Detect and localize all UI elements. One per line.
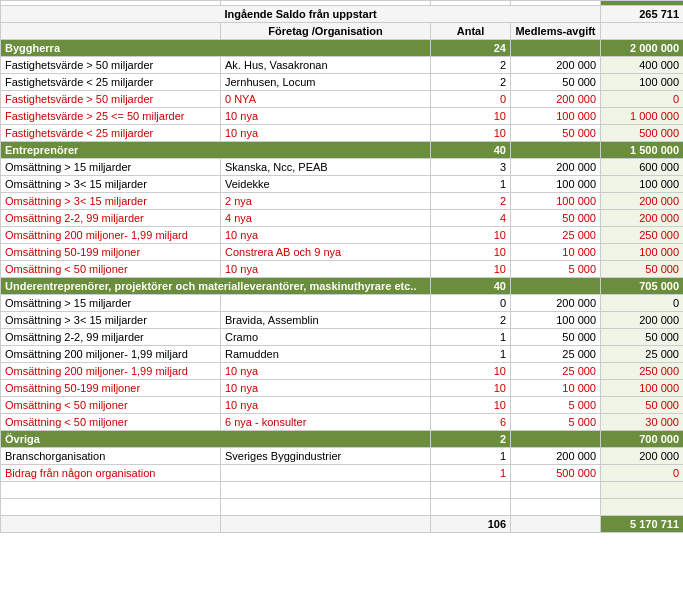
section-summa-underentreprenorer: 705 000 bbox=[601, 278, 684, 295]
row-summa: 250 000 bbox=[601, 227, 684, 244]
row-desc: Fastighetsvärde > 50 miljarder bbox=[1, 91, 221, 108]
row-members: 200 000 bbox=[511, 91, 601, 108]
row-desc: Omsättning 200 miljoner- 1,99 miljard bbox=[1, 363, 221, 380]
row-org bbox=[221, 295, 431, 312]
total-members bbox=[511, 516, 601, 533]
row-desc: Omsättning 2-2, 99 miljarder bbox=[1, 210, 221, 227]
row-summa: 200 000 bbox=[601, 193, 684, 210]
row-summa: 0 bbox=[601, 91, 684, 108]
section-header-entreprenorer: Entreprenörer 40 1 500 000 bbox=[1, 142, 684, 159]
row-members: 50 000 bbox=[511, 125, 601, 142]
row-desc: Omsättning 200 miljoner- 1,99 miljard bbox=[1, 227, 221, 244]
row-entreprenorer-6: Omsättning < 50 miljoner 10 nya 10 5 000… bbox=[1, 261, 684, 278]
row-desc: Omsättning > 15 miljarder bbox=[1, 295, 221, 312]
row-org: Ak. Hus, Vasakronan bbox=[221, 57, 431, 74]
row-antal: 10 bbox=[431, 244, 511, 261]
row-summa: 50 000 bbox=[601, 329, 684, 346]
row-org: 4 nya bbox=[221, 210, 431, 227]
col-header-desc bbox=[1, 23, 221, 40]
row-summa: 500 000 bbox=[601, 125, 684, 142]
row-byggherra-0: Fastighetsvärde > 50 miljarder Ak. Hus, … bbox=[1, 57, 684, 74]
row-antal: 2 bbox=[431, 74, 511, 91]
row-org: Bravida, Assemblin bbox=[221, 312, 431, 329]
row-entreprenorer-0: Omsättning > 15 miljarder Skanska, Ncc, … bbox=[1, 159, 684, 176]
section-label-underentreprenorer: Underentreprenörer, projektörer och mate… bbox=[1, 278, 431, 295]
row-summa: 100 000 bbox=[601, 244, 684, 261]
section-header-ovriga: Övriga 2 700 000 bbox=[1, 431, 684, 448]
row-summa: 400 000 bbox=[601, 57, 684, 74]
row-org: Skanska, Ncc, PEAB bbox=[221, 159, 431, 176]
row-org: 10 nya bbox=[221, 363, 431, 380]
row-entreprenorer-3: Omsättning 2-2, 99 miljarder 4 nya 4 50 … bbox=[1, 210, 684, 227]
total-label bbox=[1, 516, 221, 533]
row-ovriga-1: Bidrag från någon organisation 1 500 000… bbox=[1, 465, 684, 482]
row-org: 2 nya bbox=[221, 193, 431, 210]
row-org: Veidekke bbox=[221, 176, 431, 193]
row-desc: Fastighetsvärde > 50 miljarder bbox=[1, 57, 221, 74]
col-header-row: Företag /Organisation Antal Medlems-avgi… bbox=[1, 23, 684, 40]
row-members: 100 000 bbox=[511, 193, 601, 210]
row-summa: 50 000 bbox=[601, 261, 684, 278]
row-summa: 0 bbox=[601, 295, 684, 312]
row-org: 0 NYA bbox=[221, 91, 431, 108]
row-byggherra-3: Fastighetsvärde > 25 <= 50 miljarder 10 … bbox=[1, 108, 684, 125]
row-summa: 250 000 bbox=[601, 363, 684, 380]
row-antal: 4 bbox=[431, 210, 511, 227]
row-underentreprenorer-7: Omsättning < 50 miljoner 6 nya - konsult… bbox=[1, 414, 684, 431]
row-entreprenorer-4: Omsättning 200 miljoner- 1,99 miljard 10… bbox=[1, 227, 684, 244]
section-label-byggherra: Byggherra bbox=[1, 40, 431, 57]
row-org: 10 nya bbox=[221, 125, 431, 142]
row-byggherra-4: Fastighetsvärde < 25 miljarder 10 nya 10… bbox=[1, 125, 684, 142]
row-summa: 200 000 bbox=[601, 312, 684, 329]
row-members: 5 000 bbox=[511, 414, 601, 431]
section-antal-ovriga: 2 bbox=[431, 431, 511, 448]
row-entreprenorer-5: Omsättning 50-199 miljoner Constrera AB … bbox=[1, 244, 684, 261]
col-header-antal: Antal bbox=[431, 23, 511, 40]
row-antal: 2 bbox=[431, 312, 511, 329]
row-antal: 0 bbox=[431, 295, 511, 312]
row-members: 200 000 bbox=[511, 57, 601, 74]
row-members: 50 000 bbox=[511, 210, 601, 227]
row-desc: Bidrag från någon organisation bbox=[1, 465, 221, 482]
section-summa-entreprenorer: 1 500 000 bbox=[601, 142, 684, 159]
row-org: 10 nya bbox=[221, 380, 431, 397]
row-desc: Fastighetsvärde < 25 miljarder bbox=[1, 74, 221, 91]
row-members: 100 000 bbox=[511, 176, 601, 193]
row-antal: 10 bbox=[431, 108, 511, 125]
row-desc: Omsättning > 3< 15 miljarder bbox=[1, 193, 221, 210]
row-antal: 10 bbox=[431, 125, 511, 142]
section-header-underentreprenorer: Underentreprenörer, projektörer och mate… bbox=[1, 278, 684, 295]
row-antal: 1 bbox=[431, 465, 511, 482]
budget-table: Ingående Saldo från uppstart 265 711 För… bbox=[0, 0, 683, 533]
row-antal: 6 bbox=[431, 414, 511, 431]
row-members: 200 000 bbox=[511, 159, 601, 176]
row-members: 200 000 bbox=[511, 295, 601, 312]
row-antal: 0 bbox=[431, 91, 511, 108]
row-org bbox=[221, 465, 431, 482]
row-desc: Omsättning > 15 miljarder bbox=[1, 159, 221, 176]
row-members: 100 000 bbox=[511, 312, 601, 329]
row-org: Ramudden bbox=[221, 346, 431, 363]
section-label-ovriga: Övriga bbox=[1, 431, 431, 448]
row-org: 10 nya bbox=[221, 108, 431, 125]
total-org bbox=[221, 516, 431, 533]
row-byggherra-1: Fastighetsvärde < 25 miljarder Jernhusen… bbox=[1, 74, 684, 91]
row-antal: 1 bbox=[431, 329, 511, 346]
row-antal: 2 bbox=[431, 57, 511, 74]
row-members: 5 000 bbox=[511, 261, 601, 278]
row-summa: 50 000 bbox=[601, 397, 684, 414]
main-container: Ingående Saldo från uppstart 265 711 För… bbox=[0, 0, 683, 533]
row-org: 6 nya - konsulter bbox=[221, 414, 431, 431]
row-antal: 2 bbox=[431, 193, 511, 210]
row-summa: 100 000 bbox=[601, 74, 684, 91]
row-desc: Omsättning > 3< 15 miljarder bbox=[1, 176, 221, 193]
row-underentreprenorer-5: Omsättning 50-199 miljoner 10 nya 10 10 … bbox=[1, 380, 684, 397]
row-members: 50 000 bbox=[511, 329, 601, 346]
row-org: Sveriges Byggindustrier bbox=[221, 448, 431, 465]
row-antal: 10 bbox=[431, 380, 511, 397]
empty-row-1 bbox=[1, 499, 684, 516]
row-desc: Omsättning 50-199 miljoner bbox=[1, 244, 221, 261]
row-summa: 25 000 bbox=[601, 346, 684, 363]
row-org: Constrera AB och 9 nya bbox=[221, 244, 431, 261]
row-underentreprenorer-1: Omsättning > 3< 15 miljarder Bravida, As… bbox=[1, 312, 684, 329]
